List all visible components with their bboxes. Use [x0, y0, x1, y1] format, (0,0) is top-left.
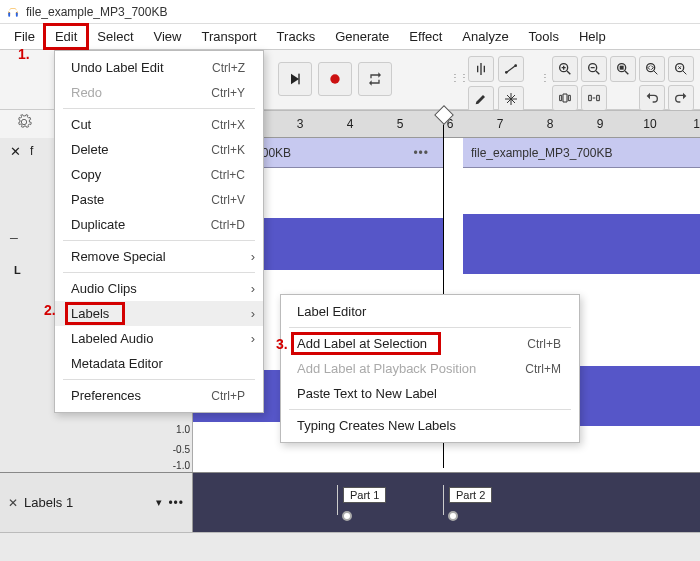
- menu-paste[interactable]: PasteCtrl+V: [55, 187, 263, 212]
- loop-button[interactable]: [358, 62, 392, 96]
- draw-tool-button[interactable]: [468, 86, 494, 112]
- menu-tracks[interactable]: Tracks: [267, 25, 326, 48]
- menu-remove-special[interactable]: Remove Special: [55, 244, 263, 269]
- menu-labels[interactable]: Labels: [55, 301, 263, 326]
- window-title: file_example_MP3_700KB: [26, 5, 167, 19]
- track-close-icon[interactable]: ✕: [8, 496, 18, 510]
- svg-point-5: [514, 64, 517, 67]
- clip-name: file_example_MP3_700KB: [471, 146, 612, 160]
- toolbar-grip-icon[interactable]: ⋮⋮: [450, 72, 468, 83]
- ruler-tick: 9: [597, 117, 604, 131]
- label-marker-line: [443, 485, 444, 515]
- label-marker-line: [337, 485, 338, 515]
- ruler-tick: 3: [297, 117, 304, 131]
- label-pin-icon[interactable]: [448, 511, 458, 521]
- fit-project-button[interactable]: [639, 56, 665, 82]
- menu-redo[interactable]: RedoCtrl+Y: [55, 80, 263, 105]
- zoom-out-button[interactable]: [581, 56, 607, 82]
- label-marker[interactable]: Part 2: [449, 487, 492, 503]
- submenu-add-label-at-playback[interactable]: Add Label at Playback PositionCtrl+M: [281, 356, 579, 381]
- trim-button[interactable]: [552, 85, 578, 111]
- zoom-toggle-button[interactable]: [668, 56, 694, 82]
- clip-menu-icon[interactable]: •••: [413, 146, 429, 160]
- label-text[interactable]: Part 2: [449, 487, 492, 503]
- menu-edit[interactable]: Edit: [45, 25, 87, 48]
- menu-duplicate[interactable]: DuplicateCtrl+D: [55, 212, 263, 237]
- edit-menu-dropdown: Undo Label EditCtrl+Z RedoCtrl+Y CutCtrl…: [54, 50, 264, 413]
- svg-rect-0: [8, 12, 10, 16]
- menu-view[interactable]: View: [144, 25, 192, 48]
- menu-help[interactable]: Help: [569, 25, 616, 48]
- menu-delete[interactable]: DeleteCtrl+K: [55, 137, 263, 162]
- redo-button[interactable]: [668, 85, 694, 111]
- play-button[interactable]: [278, 62, 312, 96]
- menu-cut[interactable]: CutCtrl+X: [55, 112, 263, 137]
- menu-analyze[interactable]: Analyze: [452, 25, 518, 48]
- track-collapse-icon[interactable]: ─: [10, 232, 18, 244]
- gear-icon[interactable]: [16, 114, 32, 133]
- menu-copy[interactable]: CopyCtrl+C: [55, 162, 263, 187]
- menu-labeled-audio[interactable]: Labeled Audio: [55, 326, 263, 351]
- menu-select[interactable]: Select: [87, 25, 143, 48]
- track-close-icon[interactable]: ✕: [10, 144, 21, 159]
- selection-tool-button[interactable]: [468, 56, 494, 82]
- svg-point-3: [330, 74, 339, 83]
- axis-value: -0.5: [173, 444, 190, 455]
- menu-transport[interactable]: Transport: [191, 25, 266, 48]
- undo-button[interactable]: [639, 85, 665, 111]
- annotation-step-3: 3.: [276, 336, 288, 352]
- labels-submenu-dropdown: Label Editor Add Label at SelectionCtrl+…: [280, 294, 580, 443]
- ruler-tick: 4: [347, 117, 354, 131]
- label-marker[interactable]: Part 1: [343, 487, 386, 503]
- menu-metadata-editor[interactable]: Metadata Editor: [55, 351, 263, 376]
- svg-rect-9: [620, 66, 624, 70]
- svg-point-4: [505, 71, 508, 74]
- menu-undo[interactable]: Undo Label EditCtrl+Z: [55, 55, 263, 80]
- track-menu-icon[interactable]: •••: [168, 496, 184, 510]
- title-bar: file_example_MP3_700KB: [0, 0, 700, 24]
- menu-audio-clips[interactable]: Audio Clips: [55, 276, 263, 301]
- labels-track-name: Labels 1: [24, 495, 73, 510]
- bottom-toolbar: [0, 532, 700, 561]
- submenu-paste-text-to-label[interactable]: Paste Text to New Label: [281, 381, 579, 406]
- annotation-step-2: 2.: [44, 302, 56, 318]
- envelope-tool-button[interactable]: [498, 56, 524, 82]
- svg-rect-2: [298, 74, 299, 85]
- silence-button[interactable]: [581, 85, 607, 111]
- menu-file[interactable]: File: [4, 25, 45, 48]
- ruler-tick: 8: [547, 117, 554, 131]
- zoom-in-button[interactable]: [552, 56, 578, 82]
- submenu-add-label-at-selection[interactable]: Add Label at SelectionCtrl+B: [281, 331, 579, 356]
- svg-rect-1: [16, 12, 18, 16]
- label-pin-icon[interactable]: [342, 511, 352, 521]
- ruler-tick: 11: [693, 117, 700, 131]
- label-text[interactable]: Part 1: [343, 487, 386, 503]
- axis-value: -1.0: [173, 460, 190, 471]
- labels-track: ✕ Labels 1 ▾ ••• Part 1 Part 2: [0, 472, 700, 532]
- annotation-step-1: 1.: [18, 46, 30, 62]
- menu-effect[interactable]: Effect: [399, 25, 452, 48]
- multi-tool-button[interactable]: [498, 86, 524, 112]
- svg-rect-20: [463, 214, 700, 274]
- record-button[interactable]: [318, 62, 352, 96]
- ruler-tick: 5: [397, 117, 404, 131]
- labels-track-panel[interactable]: ✕ Labels 1 ▾ •••: [0, 473, 193, 532]
- channel-label: L: [14, 264, 21, 276]
- menu-generate[interactable]: Generate: [325, 25, 399, 48]
- fit-selection-button[interactable]: [610, 56, 636, 82]
- submenu-typing-creates-labels[interactable]: Typing Creates New Labels: [281, 413, 579, 438]
- axis-value: 1.0: [176, 424, 190, 435]
- svg-point-10: [647, 64, 655, 72]
- app-icon: [6, 5, 20, 19]
- submenu-label-editor[interactable]: Label Editor: [281, 299, 579, 324]
- ruler-tick: 10: [643, 117, 656, 131]
- ruler-tick: 7: [497, 117, 504, 131]
- clip-header[interactable]: file_example_MP3_700KB: [463, 138, 700, 168]
- menu-bar: File Edit Select View Transport Tracks G…: [0, 24, 700, 50]
- menu-preferences[interactable]: PreferencesCtrl+P: [55, 383, 263, 408]
- track-name-fragment: f: [30, 144, 33, 158]
- chevron-down-icon[interactable]: ▾: [156, 496, 162, 509]
- menu-tools[interactable]: Tools: [519, 25, 569, 48]
